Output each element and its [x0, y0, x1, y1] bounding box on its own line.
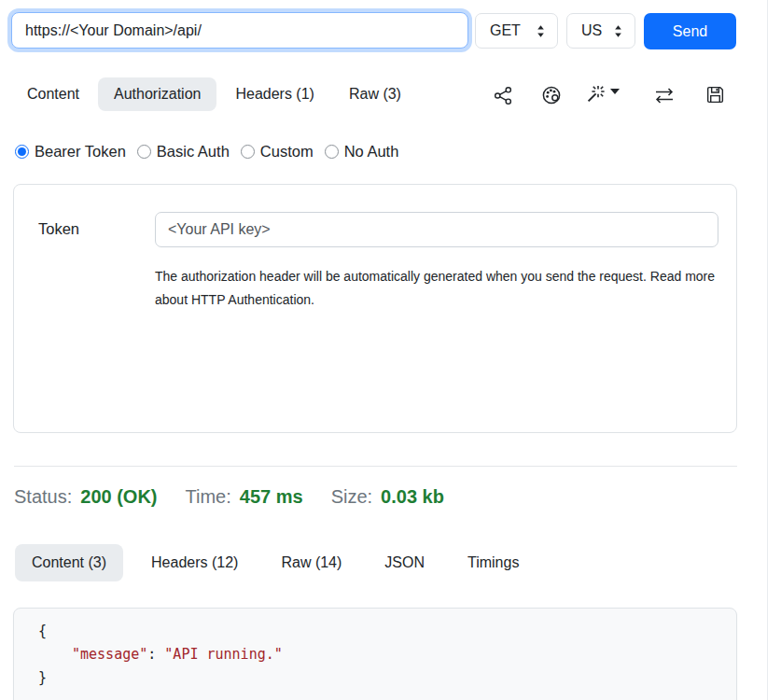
region-select[interactable]: US [566, 13, 635, 49]
size-value: 0.03 kb [381, 486, 444, 508]
auth-help-line2: about HTTP Authentication. [155, 288, 724, 312]
radio-unselected-icon [325, 145, 339, 159]
response-time: Time: 457 ms [186, 486, 303, 508]
time-label: Time: [186, 486, 231, 508]
send-button[interactable]: Send [644, 13, 736, 49]
json-line: } [38, 666, 736, 690]
tab-content[interactable]: Content [11, 77, 95, 111]
response-body-panel: {"message": "API running."} [13, 608, 737, 700]
magic-wand-icon[interactable] [585, 84, 620, 106]
json-string-value: "API running." [164, 646, 282, 663]
auth-help-line1: The authorization header will be automat… [155, 265, 724, 288]
json-line: "message": "API running." [38, 643, 736, 666]
url-input[interactable] [11, 12, 468, 49]
tab-authorization[interactable]: Authorization [98, 77, 216, 111]
response-tabs: Content (3) Headers (12) Raw (14) JSON T… [15, 544, 534, 581]
auth-option-bearer-token[interactable]: Bearer Token [15, 143, 126, 161]
tab-headers[interactable]: Headers (1) [219, 77, 329, 111]
auth-type-options: Bearer Token Basic Auth Custom No Auth [15, 143, 398, 161]
scrollbar-divider [767, 0, 768, 700]
response-tab-timings[interactable]: Timings [453, 544, 534, 581]
auth-help-text: The authorization header will be automat… [155, 265, 724, 312]
radio-label: Custom [260, 143, 314, 161]
method-select-value: GET [490, 22, 521, 39]
response-size: Size: 0.03 kb [331, 486, 444, 508]
caret-down-icon [610, 89, 620, 94]
bearer-token-panel: Token The authorization header will be a… [13, 184, 737, 433]
radio-unselected-icon [241, 145, 255, 159]
up-down-arrows-icon [536, 24, 546, 38]
method-select[interactable]: GET [475, 13, 558, 49]
response-tab-json[interactable]: JSON [370, 544, 439, 581]
status-value: 200 (OK) [80, 486, 157, 508]
palette-icon[interactable] [540, 84, 563, 106]
auth-option-basic-auth[interactable]: Basic Auth [137, 143, 230, 161]
radio-selected-icon [15, 145, 29, 159]
share-icon[interactable] [493, 85, 514, 106]
save-icon[interactable] [704, 84, 726, 105]
auth-option-no-auth[interactable]: No Auth [325, 143, 399, 161]
time-value: 457 ms [240, 486, 303, 508]
response-json: {"message": "API running."} [14, 609, 736, 690]
auth-option-custom[interactable]: Custom [241, 143, 314, 161]
token-input[interactable] [155, 212, 718, 247]
swap-arrows-icon[interactable] [653, 87, 676, 105]
json-colon: : [147, 646, 164, 663]
region-select-value: US [581, 22, 602, 39]
response-tab-raw[interactable]: Raw (14) [266, 544, 356, 581]
response-status-bar: Status: 200 (OK) Time: 457 ms Size: 0.03… [14, 486, 444, 508]
json-key: "message" [72, 646, 147, 663]
tab-raw[interactable]: Raw (3) [333, 77, 417, 111]
json-line: { [38, 620, 736, 643]
radio-label: Bearer Token [35, 143, 126, 161]
api-client-window: GET US Send Content Authorization Header… [0, 0, 781, 700]
up-down-arrows-icon [613, 24, 623, 38]
radio-label: No Auth [344, 143, 399, 161]
response-tab-headers[interactable]: Headers (12) [136, 544, 253, 581]
status-label: Status: [14, 486, 72, 508]
radio-label: Basic Auth [157, 143, 230, 161]
request-tabs: Content Authorization Headers (1) Raw (3… [11, 77, 417, 111]
token-label: Token [38, 220, 79, 238]
radio-unselected-icon [137, 145, 151, 159]
section-divider [14, 466, 737, 467]
size-label: Size: [331, 486, 372, 508]
status-code: Status: 200 (OK) [14, 486, 158, 508]
response-tab-content[interactable]: Content (3) [15, 544, 123, 581]
